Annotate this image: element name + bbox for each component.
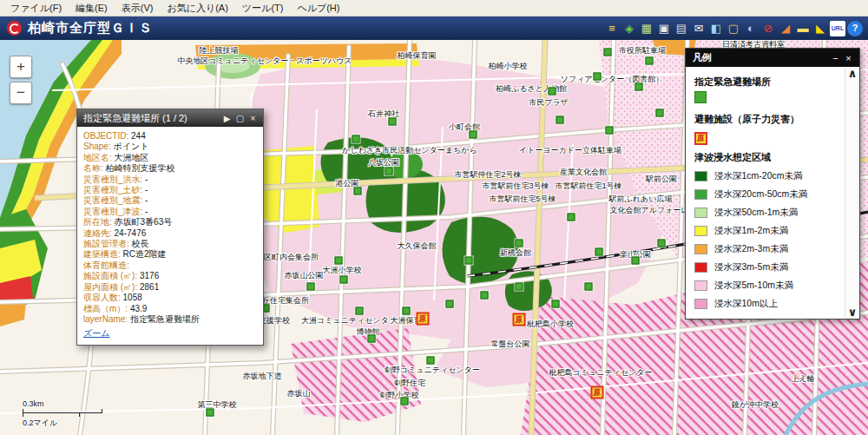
nuclear-shelter-point[interactable]: 原 — [417, 313, 430, 326]
shelter-point[interactable] — [335, 257, 343, 265]
legend-section-header: 指定緊急避難場所 — [694, 76, 843, 89]
next-feature-icon[interactable]: ▶ — [220, 114, 233, 123]
shelter-point[interactable] — [646, 57, 654, 65]
attribute-label: Shape: — [83, 142, 111, 151]
shelter-point[interactable] — [656, 109, 664, 117]
shelter-point[interactable] — [606, 127, 614, 135]
shelter-point[interactable] — [552, 300, 560, 308]
nuclear-shelter-point[interactable]: 原 — [591, 386, 604, 399]
select-tool-icon[interactable]: ▣ — [656, 21, 672, 36]
map-label: 柏崎保育園 — [398, 50, 437, 62]
shelter-point[interactable] — [354, 188, 362, 195]
legend-item-label: 浸水深3m-5m未満 — [714, 261, 788, 274]
menubar-item-3[interactable]: お気に入り(A) — [160, 0, 234, 16]
shelter-point[interactable] — [368, 335, 376, 343]
shelter-point[interactable] — [352, 135, 360, 143]
legend-symbol-row — [694, 91, 843, 107]
attribute-value: - — [142, 185, 148, 194]
legend-controls: −× — [829, 53, 855, 63]
shelter-point[interactable] — [516, 240, 523, 247]
shelter-point[interactable] — [470, 131, 477, 139]
legend-body: 指定緊急避難場所避難施設（原子力災害）原津波浸水想定区域浸水深1cm-20cm未… — [686, 67, 845, 319]
shelter-point[interactable] — [427, 357, 435, 365]
attribute-value: 柏崎特別支援学校 — [103, 163, 175, 173]
nuclear-shelter-point[interactable]: 原 — [513, 313, 526, 326]
popup-attribute-row: 所在地: 赤坂町3番63号 — [83, 217, 257, 227]
legend-header[interactable]: 凡例 −× — [686, 49, 859, 67]
draw-icon[interactable]: ◢ — [778, 21, 793, 36]
shelter-point[interactable] — [401, 398, 409, 405]
shelter-point[interactable] — [465, 257, 473, 265]
shelter-point[interactable] — [207, 409, 214, 417]
menubar-item-0[interactable]: ファイル(F) — [3, 0, 69, 16]
legend-item-label: 浸水深10m以上 — [714, 298, 778, 310]
shelter-point[interactable] — [595, 248, 603, 256]
shelter-point[interactable] — [604, 49, 612, 56]
settings-icon[interactable]: ◐ — [743, 21, 759, 36]
help-icon[interactable]: ? — [847, 21, 863, 36]
mail-icon[interactable]: ✉ — [691, 21, 707, 36]
close-icon[interactable]: × — [247, 114, 260, 123]
attribute-value: 指定緊急避難場所 — [128, 314, 200, 324]
basemap-icon[interactable]: ▦ — [639, 21, 654, 36]
shelter-point[interactable] — [568, 214, 575, 221]
menubar-item-4[interactable]: ツール(T) — [235, 0, 291, 16]
shelter-point[interactable] — [446, 300, 454, 308]
shelter-point[interactable] — [658, 240, 666, 247]
map-label: 駅前ふれあい広場 — [609, 194, 673, 205]
shelter-point[interactable] — [516, 283, 523, 291]
attribute-label: 災害種別_洪水: — [83, 175, 142, 184]
measure-icon[interactable]: ◣ — [812, 21, 828, 36]
menubar-item-5[interactable]: ヘルプ(H) — [290, 0, 346, 16]
shelter-point[interactable] — [481, 292, 489, 300]
maximize-icon[interactable]: ▢ — [233, 114, 247, 123]
layers-icon[interactable]: ◈ — [621, 21, 637, 36]
shelter-point[interactable] — [585, 283, 593, 291]
attribute-label: 所在地: — [83, 217, 112, 227]
shelter-point[interactable] — [389, 118, 397, 126]
feature-popup-header[interactable]: 指定緊急避難場所 (1 / 2) ▶▢× — [77, 109, 263, 127]
map-label: 中央地区コミュニティセンター・スポーツハウス — [177, 56, 352, 67]
toc-icon[interactable]: ≡ — [604, 21, 620, 36]
map-canvas[interactable]: 陸上競技場中央地区コミュニティセンター・スポーツハウス柏崎保育園柏崎小学校市役所… — [0, 40, 868, 435]
legend-scroll-up-icon[interactable]: ∧ — [848, 68, 858, 79]
attribute-value: 24-7476 — [112, 228, 146, 238]
legend-section-header: 津波浸水想定区域 — [694, 151, 843, 164]
shelter-point[interactable] — [632, 257, 640, 265]
map-label: 剣野コミュニティセンター — [385, 365, 480, 376]
attribute-value: - — [142, 175, 148, 184]
map-label: 鏡が沖中学校 — [732, 399, 779, 411]
zoom-to-feature-link[interactable]: ズーム — [83, 328, 109, 339]
feature-popup-title: 指定緊急避難場所 (1 / 2) — [83, 112, 220, 125]
legend-item-label: 浸水深5m-10m未満 — [714, 280, 793, 292]
shelter-point[interactable] — [403, 307, 411, 315]
menubar-item-1[interactable]: 編集(E) — [69, 0, 115, 16]
url-icon[interactable]: URL — [830, 21, 845, 36]
map-label: 文化会館アルフォーレ — [609, 205, 688, 216]
shelter-point[interactable] — [635, 83, 643, 91]
clear-icon[interactable]: ⊘ — [760, 21, 776, 36]
shelter-point[interactable] — [307, 283, 315, 291]
minimize-icon[interactable]: − — [829, 53, 842, 63]
scalebar-km-label: 0.3km — [23, 399, 102, 408]
legend-item: 浸水深50cm-1m未満 — [694, 207, 843, 219]
legend-swatch — [694, 262, 707, 273]
shelter-point[interactable] — [549, 88, 556, 96]
shelter-point[interactable] — [556, 116, 564, 124]
close-icon[interactable]: × — [842, 53, 855, 63]
map-label: 大洲小学校 — [323, 265, 362, 276]
window-icon[interactable]: ▢ — [726, 21, 741, 36]
print-icon[interactable]: ▤ — [674, 21, 689, 36]
popup-attribute-row: OBJECTID: 244 — [83, 131, 257, 142]
shelter-point[interactable] — [594, 73, 602, 81]
capture-icon[interactable]: ◧ — [708, 21, 724, 36]
zoom-out-button[interactable]: − — [10, 82, 32, 104]
map-label: 枇杷島小学校 — [527, 319, 574, 330]
zoom-in-button[interactable]: + — [10, 56, 32, 78]
shelter-point[interactable] — [356, 307, 364, 315]
menubar-item-2[interactable]: 表示(V) — [115, 0, 161, 16]
legend-scroll-down-icon[interactable]: ∨ — [848, 306, 858, 318]
memo-icon[interactable]: ▬ — [795, 21, 811, 36]
shelter-point[interactable] — [385, 168, 393, 175]
shelter-point[interactable] — [340, 276, 348, 284]
